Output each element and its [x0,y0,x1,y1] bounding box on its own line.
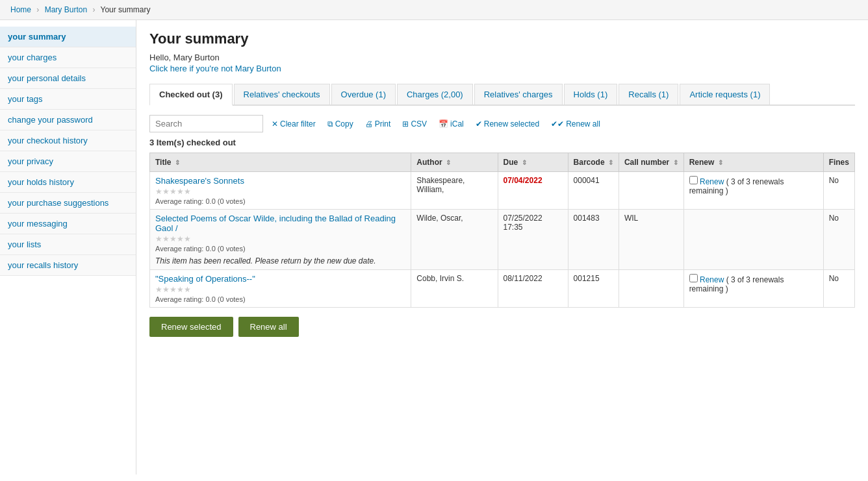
renew-all-toolbar-label: Renew all [566,119,600,129]
row1-renew-link[interactable]: Renew [700,177,724,186]
row1-title-link[interactable]: Shakespeare's Sonnets [155,176,244,186]
csv-button[interactable]: ⊞ CSV [399,117,430,130]
toolbar: ✕ Clear filter ⧉ Copy 🖨 Print ⊞ CSV 📅 iC… [149,115,855,132]
renew-selected-toolbar-label: Renew selected [484,119,539,129]
row2-renew [683,210,823,270]
sidebar-item-messaging[interactable]: your messaging [0,214,136,234]
breadcrumb-home[interactable]: Home [10,5,31,14]
print-icon: 🖨 [365,119,373,129]
ical-button[interactable]: 📅 iCal [435,117,467,130]
tab-holds[interactable]: Holds (1) [564,84,618,105]
not-user-link[interactable]: Click here if you're not Mary Burton [149,64,281,73]
sidebar: your summary your charges your personal … [0,20,136,475]
tab-checked-out[interactable]: Checked out (3) [149,84,233,106]
row3-renew-link[interactable]: Renew [700,275,724,284]
double-check-icon: ✔✔ [551,119,564,129]
row3-call-number [619,270,683,308]
csv-icon: ⊞ [402,119,409,129]
row2-title-link[interactable]: Selected Poems of Oscar Wilde, including… [155,214,396,233]
row3-due: 08/11/2022 [498,270,568,308]
col-author: Author ⇕ [411,153,498,172]
ical-label: iCal [450,119,464,129]
tab-overdue[interactable]: Overdue (1) [331,84,396,105]
x-icon: ✕ [272,119,278,129]
row1-author: Shakespeare, William, [411,172,498,210]
breadcrumb-user[interactable]: Mary Burton [45,5,87,14]
row2-rating: Average rating: 0.0 (0 votes) [155,245,405,253]
layout: your summary your charges your personal … [0,20,868,475]
row3-author: Cobb, Irvin S. [411,270,498,308]
sidebar-item-your-charges[interactable]: your charges [0,47,136,68]
copy-button[interactable]: ⧉ Copy [324,117,357,130]
checkout-table: Title ⇕ Author ⇕ Due ⇕ Barcode ⇕ [149,153,855,308]
tabs-container: Checked out (3) Relatives' checkouts Ove… [149,84,855,106]
sidebar-item-your-personal-details[interactable]: your personal details [0,68,136,89]
row2-stars: ★★★★★ [155,234,405,243]
col-due: Due ⇕ [498,153,568,172]
print-button[interactable]: 🖨 Print [362,117,394,130]
sidebar-item-recalls-history[interactable]: your recalls history [0,255,136,276]
due-sort-icon[interactable]: ⇕ [522,159,527,166]
breadcrumb-current: Your summary [101,5,151,14]
row3-stars: ★★★★★ [155,285,405,294]
row2-title-cell: Selected Poems of Oscar Wilde, including… [150,210,411,270]
bottom-buttons: Renew selected Renew all [149,317,855,337]
tab-article-requests[interactable]: Article requests (1) [680,84,770,105]
csv-label: CSV [411,119,427,129]
sidebar-item-your-summary[interactable]: your summary [0,27,136,47]
tab-charges[interactable]: Charges (2,00) [397,84,473,105]
row3-due-date: 08/11/2022 [504,274,542,283]
page-title: Your summary [149,31,855,47]
call-number-sort-icon[interactable]: ⇕ [673,159,678,166]
row1-stars: ★★★★★ [155,187,405,196]
table-row: "Speaking of Operations--" ★★★★★ Average… [150,270,855,308]
sidebar-item-change-password[interactable]: change your password [0,110,136,130]
hello-text: Hello, Mary Burton [149,53,855,62]
author-sort-icon[interactable]: ⇕ [446,159,451,166]
row3-renew-checkbox[interactable] [689,274,698,282]
table-header: Title ⇕ Author ⇕ Due ⇕ Barcode ⇕ [150,153,855,172]
sidebar-item-lists[interactable]: your lists [0,234,136,255]
copy-icon: ⧉ [327,119,333,129]
row2-call-number: WIL [619,210,683,270]
tab-relatives-charges[interactable]: Relatives' charges [474,84,563,105]
ical-icon: 📅 [439,119,448,129]
sidebar-item-your-tags[interactable]: your tags [0,89,136,110]
table-body: Shakespeare's Sonnets ★★★★★ Average rati… [150,172,855,308]
sidebar-item-privacy[interactable]: your privacy [0,151,136,172]
tab-relatives-checkouts[interactable]: Relatives' checkouts [234,84,330,105]
sidebar-item-holds-history[interactable]: your holds history [0,172,136,193]
col-fines: Fines [823,153,854,172]
breadcrumb-sep2: › [92,5,95,14]
title-sort-icon[interactable]: ⇕ [175,159,180,166]
copy-label: Copy [335,119,353,129]
search-input[interactable] [149,115,263,132]
row1-due-date: 07/04/2022 [504,176,542,185]
breadcrumb: Home › Mary Burton › Your summary [0,0,868,20]
sidebar-item-purchase-suggestions[interactable]: your purchase suggestions [0,193,136,214]
row2-barcode: 001483 [568,210,619,270]
barcode-sort-icon[interactable]: ⇕ [608,159,613,166]
row3-renew: Renew ( 3 of 3 renewals remaining ) [683,270,823,308]
renew-sort-icon[interactable]: ⇕ [718,159,723,166]
sidebar-item-checkout-history[interactable]: your checkout history [0,130,136,151]
col-barcode: Barcode ⇕ [568,153,619,172]
clear-filter-button[interactable]: ✕ Clear filter [268,117,319,130]
row3-title-link[interactable]: "Speaking of Operations--" [155,274,255,284]
row2-due: 07/25/2022 17:35 [498,210,568,270]
row1-rating: Average rating: 0.0 (0 votes) [155,197,405,205]
col-renew: Renew ⇕ [683,153,823,172]
renew-all-toolbar-button[interactable]: ✔✔ Renew all [548,117,604,130]
tab-recalls[interactable]: Recalls (1) [619,84,678,105]
row2-recall-notice: This item has been recalled. Please retu… [155,256,405,265]
print-label: Print [375,119,391,129]
col-call-number: Call number ⇕ [619,153,683,172]
renew-selected-button[interactable]: Renew selected [149,317,233,337]
row3-barcode: 001215 [568,270,619,308]
clear-filter-label: Clear filter [280,119,316,129]
row1-renew-checkbox[interactable] [689,176,698,184]
row3-rating: Average rating: 0.0 (0 votes) [155,295,405,303]
col-title: Title ⇕ [150,153,411,172]
renew-all-button[interactable]: Renew all [238,317,299,337]
renew-selected-toolbar-button[interactable]: ✔ Renew selected [472,117,542,130]
